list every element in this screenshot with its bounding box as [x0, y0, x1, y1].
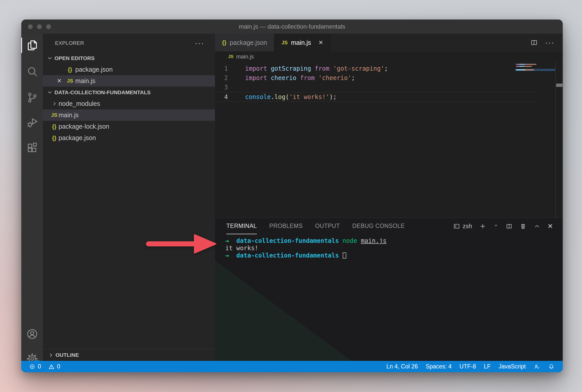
activity-account-button[interactable] [21, 324, 43, 344]
tab-terminal[interactable]: TERMINAL [226, 218, 257, 234]
line-number: 1 [215, 64, 228, 73]
activity-explorer-button[interactable] [21, 36, 43, 55]
tree-item-label: package-lock.json [59, 123, 109, 130]
code-line: 3 [215, 83, 535, 92]
search-icon [26, 65, 39, 78]
files-icon [26, 39, 39, 52]
tab-label: main.js [291, 39, 311, 46]
tree-item-label: package.json [59, 134, 96, 142]
tab-package-json[interactable]: {} package.json [215, 34, 274, 51]
close-panel-icon[interactable]: ✕ [548, 222, 553, 230]
tree-item-label: node_modules [59, 100, 100, 107]
debug-play-bug-icon [26, 116, 39, 129]
new-terminal-icon[interactable] [479, 223, 486, 230]
scrollbar-thumb[interactable] [556, 84, 562, 87]
json-icon: {} [50, 135, 59, 141]
tab-problems[interactable]: PROBLEMS [269, 218, 303, 234]
js-icon: JS [281, 40, 287, 46]
terminal-line[interactable]: → data-collection-fundamentals node main… [225, 237, 563, 245]
js-icon: JS [228, 54, 233, 59]
editor-scrollbar[interactable] [555, 62, 563, 218]
breadcrumb-file[interactable]: main.js [236, 53, 254, 60]
outline-section-header[interactable]: OUTLINE [43, 349, 215, 361]
status-indentation[interactable]: Spaces: 4 [426, 363, 451, 370]
tree-item-package-lock-json[interactable]: {} package-lock.json [43, 121, 215, 132]
editor-tab-bar: {} package.json JS main.js ✕ ··· [215, 34, 563, 51]
chevron-down-icon [46, 55, 53, 62]
line-number: 4 [215, 92, 228, 101]
activity-source-control-button[interactable] [21, 88, 43, 107]
status-eol[interactable]: LF [484, 363, 491, 370]
status-encoding[interactable]: UTF-8 [460, 363, 476, 370]
shell-label: zsh [463, 223, 472, 230]
trash-icon[interactable] [520, 223, 526, 230]
terminal-shell-selector[interactable]: zsh [453, 223, 472, 230]
minimap-current-line [515, 69, 555, 71]
chevron-right-icon [47, 352, 54, 359]
chevron-down-icon[interactable] [493, 223, 499, 228]
close-editor-icon[interactable]: ✕ [54, 77, 65, 84]
json-icon: {} [222, 39, 226, 46]
status-language[interactable]: JavaScript [499, 363, 526, 370]
editor-actions: ··· [530, 34, 563, 51]
json-icon: {} [50, 123, 59, 130]
terminal-line[interactable]: → data-collection-fundamentals [225, 252, 563, 259]
status-cursor-position[interactable]: Ln 4, Col 26 [386, 363, 418, 370]
window-titlebar[interactable]: main.js — data-collection-fundamentals [21, 19, 563, 34]
warning-icon [48, 363, 55, 370]
split-editor-icon[interactable] [530, 39, 538, 46]
panel-actions: zsh ✕ [453, 218, 563, 234]
open-editor-item-main-js[interactable]: ✕ JS main.js [43, 75, 215, 87]
bell-icon[interactable] [548, 363, 555, 370]
code-editor[interactable]: 1 import gotScraping from 'got-scraping'… [215, 62, 563, 218]
activity-bar: 1 [21, 34, 43, 361]
explorer-sidebar: EXPLORER ··· OPEN EDITORS {} package.jso… [43, 34, 215, 361]
activity-search-button[interactable] [21, 62, 43, 81]
chevron-right-icon [51, 100, 58, 107]
open-editor-item-package-json[interactable]: {} package.json [43, 64, 215, 75]
tab-debug-console[interactable]: DEBUG CONSOLE [352, 218, 405, 234]
bottom-panel: TERMINAL PROBLEMS OUTPUT DEBUG CONSOLE z… [215, 218, 563, 361]
tree-item-main-js[interactable]: JS main.js [43, 109, 215, 121]
status-bar: 0 0 Ln 4, Col 26 Spaces: 4 UTF-8 LF Java… [21, 361, 563, 372]
terminal-output[interactable]: → data-collection-fundamentals node main… [215, 234, 563, 361]
git-branch-icon [26, 91, 39, 104]
tree-item-node-modules[interactable]: node_modules [43, 98, 215, 109]
code-line: 2 import cheerio from 'cheerio'; [215, 73, 535, 83]
sidebar-more-actions-button[interactable]: ··· [195, 38, 204, 48]
open-editor-label: package.json [75, 66, 113, 73]
minimap[interactable] [515, 63, 555, 79]
activity-run-debug-button[interactable] [21, 113, 43, 132]
open-editor-label: main.js [75, 77, 95, 85]
activity-extensions-button[interactable] [21, 138, 43, 157]
workspace-section-header[interactable]: DATA-COLLECTION-FUNDAMENTALS [43, 87, 215, 98]
vscode-window: main.js — data-collection-fundamentals [21, 19, 563, 372]
status-right-items: Ln 4, Col 26 Spaces: 4 UTF-8 LF JavaScri… [386, 363, 555, 370]
editor-group: {} package.json JS main.js ✕ ··· JS main… [215, 34, 563, 361]
error-icon [29, 363, 35, 370]
panel-tab-bar: TERMINAL PROBLEMS OUTPUT DEBUG CONSOLE z… [215, 218, 563, 234]
open-editors-section-header[interactable]: OPEN EDITORS [43, 52, 215, 64]
more-actions-icon[interactable]: ··· [545, 38, 555, 47]
tab-label: package.json [230, 39, 267, 46]
breadcrumb[interactable]: JS main.js [215, 51, 563, 62]
tree-item-label: main.js [59, 111, 79, 119]
tree-item-package-json[interactable]: {} package.json [43, 132, 215, 144]
close-tab-icon[interactable]: ✕ [318, 39, 323, 46]
js-icon: JS [65, 78, 75, 84]
split-terminal-icon[interactable] [506, 223, 513, 230]
line-number: 2 [215, 73, 228, 83]
window-title: main.js — data-collection-fundamentals [21, 19, 563, 34]
feedback-icon[interactable] [534, 363, 540, 370]
sidebar-title: EXPLORER [55, 40, 84, 46]
terminal-icon [453, 223, 460, 230]
problems-status[interactable]: 0 0 [29, 363, 60, 370]
chevron-down-icon [46, 89, 53, 96]
chevron-up-icon[interactable] [534, 223, 540, 230]
tab-main-js[interactable]: JS main.js ✕ [274, 34, 331, 51]
terminal-line[interactable]: it works! [225, 245, 563, 252]
code-line: 1 import gotScraping from 'got-scraping'… [215, 64, 535, 73]
extensions-icon [26, 141, 39, 154]
tab-output[interactable]: OUTPUT [315, 218, 340, 234]
sidebar-header: EXPLORER ··· [43, 34, 215, 52]
